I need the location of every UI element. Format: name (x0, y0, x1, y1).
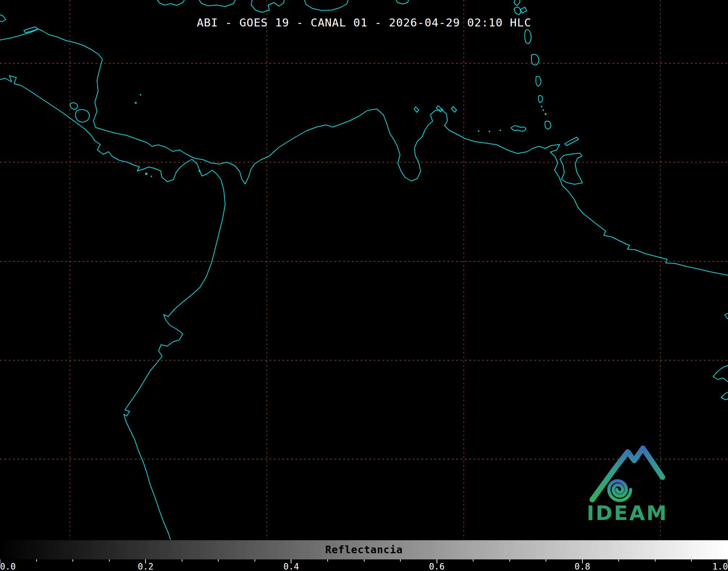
coastline-path (514, 0, 520, 6)
coastline-path (304, 0, 349, 11)
coastline-path (0, 76, 225, 539)
island-dot (151, 176, 152, 177)
island-path (511, 126, 526, 131)
coastline-path (721, 391, 728, 400)
island-dot (489, 131, 490, 132)
colorbar-gradient: Reflectancia (0, 540, 728, 559)
colorbar-label: Reflectancia (325, 543, 403, 555)
colorbar-tick-label: 0.8 (575, 562, 590, 571)
ideam-logo: IDEAM (587, 448, 668, 525)
island-path (560, 153, 582, 184)
island-path (75, 109, 89, 122)
image-title: ABI - GOES 19 - CANAL 01 - 2026-04-29 02… (0, 16, 728, 29)
satellite-image-viewer: IDEAM ABI - GOES 19 - CANAL 01 - 2026-04… (0, 0, 728, 571)
island-path (70, 103, 78, 109)
island-dot (145, 173, 147, 175)
coastline-path (251, 0, 285, 12)
coastline-path (713, 365, 728, 382)
island-path (538, 96, 543, 102)
island-dot (140, 94, 141, 96)
island-dot (135, 102, 137, 104)
colorbar-tick-label: 0.2 (138, 562, 153, 571)
island-path (521, 7, 527, 13)
island-path (525, 30, 531, 43)
colorbar-tick-label: 0.4 (283, 562, 299, 571)
island-dot (545, 113, 547, 115)
ideam-logo-text: IDEAM (587, 501, 668, 525)
coastline-path (198, 0, 236, 7)
graticule (0, 0, 728, 539)
colorbar-tick-label: 1.0 (712, 562, 728, 571)
island-path (451, 106, 456, 112)
coastlines (0, 0, 728, 539)
map-canvas: IDEAM (0, 0, 728, 539)
island-dot (543, 109, 544, 111)
coastline-path (725, 312, 728, 319)
island-path (545, 121, 551, 129)
colorbar-tick-label: 0.0 (0, 562, 16, 571)
hurricane-spiral-icon (609, 481, 631, 500)
colorbar-tick-label: 0.6 (429, 562, 445, 571)
island-dot (541, 106, 542, 107)
island-path (536, 76, 541, 86)
coastline-path (156, 0, 185, 5)
island-path (436, 106, 443, 112)
coastline-path (395, 0, 409, 4)
island-path (414, 107, 419, 112)
island-dot (199, 170, 201, 172)
island-path (565, 137, 578, 146)
island-dot (478, 130, 479, 132)
colorbar-tick-labels: 0.00.20.40.60.81.0 (0, 562, 728, 571)
island-path (514, 7, 521, 14)
island-dot (500, 130, 501, 131)
